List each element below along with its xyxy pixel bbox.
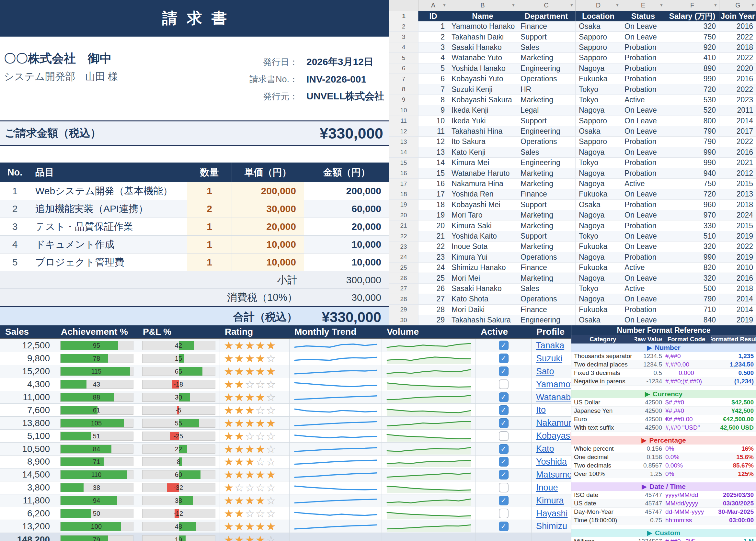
sheet-cell[interactable]: Tokyo: [575, 283, 621, 293]
sheet-cell[interactable]: 10: [418, 116, 448, 126]
sheet-cell[interactable]: On Leave: [621, 189, 665, 199]
sheet-cell[interactable]: 920: [665, 42, 719, 52]
sheet-cell[interactable]: Nagoya: [575, 147, 621, 157]
sheet-cell[interactable]: Sapporo: [575, 42, 621, 52]
sheet-cell[interactable]: 1: [418, 21, 448, 31]
sheet-cell[interactable]: Osaka: [575, 200, 621, 210]
row-header[interactable]: 27: [389, 283, 418, 293]
sheet-cell[interactable]: Mori Taro: [448, 210, 517, 220]
row-header[interactable]: 5: [389, 53, 418, 63]
sheet-cell[interactable]: Fukuoka: [575, 74, 621, 84]
sheet-cell[interactable]: 960: [665, 200, 719, 210]
row-header[interactable]: 29: [389, 305, 418, 315]
active-checkbox[interactable]: ✓: [499, 470, 508, 479]
sheet-cell[interactable]: Engineering: [517, 126, 575, 136]
sheet-cell[interactable]: 2016: [719, 21, 756, 31]
sheet-cell[interactable]: Probation: [621, 200, 665, 210]
sheet-cell[interactable]: Probation: [621, 42, 665, 52]
sheet-cell[interactable]: Yoshida Ren: [448, 189, 517, 199]
sheet-cell[interactable]: Marketing: [517, 242, 575, 252]
sheet-cell[interactable]: 710: [665, 305, 719, 315]
sheet-cell[interactable]: Probation: [621, 221, 665, 231]
sheet-cell[interactable]: 790: [665, 294, 719, 304]
sheet-cell[interactable]: 2020: [719, 63, 756, 74]
sheet-cell[interactable]: 11: [418, 126, 448, 136]
sheet-cell[interactable]: 26: [418, 283, 448, 293]
active-checkbox[interactable]: ✓: [499, 457, 508, 466]
sheet-cell[interactable]: Watanabe Haruto: [448, 168, 517, 178]
sheet-cell[interactable]: 2010: [719, 263, 756, 272]
row-header[interactable]: 10: [389, 105, 418, 115]
sheet-cell[interactable]: 890: [665, 63, 719, 74]
sheet-cell[interactable]: Kobayashi Mei: [448, 200, 517, 210]
row-header[interactable]: 2: [389, 21, 418, 31]
sheet-cell[interactable]: HR: [517, 84, 575, 94]
sheet-cell[interactable]: Probation: [621, 168, 665, 178]
row-header[interactable]: 8: [389, 84, 418, 94]
sheet-cell[interactable]: On Leave: [621, 116, 665, 126]
sheet-cell[interactable]: Active: [621, 283, 665, 293]
sheet-cell[interactable]: Engineering: [517, 315, 575, 325]
sheet-cell[interactable]: 2019: [719, 231, 756, 241]
column-letter[interactable]: E▼: [621, 0, 665, 11]
sheet-cell[interactable]: Nagoya: [575, 105, 621, 115]
active-checkbox[interactable]: [499, 379, 508, 389]
sheet-cell[interactable]: 2015: [719, 179, 756, 189]
select-all-corner[interactable]: [389, 0, 418, 11]
sheet-cell[interactable]: 2021: [719, 158, 756, 168]
sheet-cell[interactable]: 2018: [719, 200, 756, 210]
profile-link[interactable]: Yoshida: [536, 457, 567, 467]
sheet-cell[interactable]: 840: [665, 315, 719, 325]
row-header[interactable]: 9: [389, 95, 418, 105]
sheet-cell[interactable]: 2019: [719, 252, 756, 262]
sheet-cell[interactable]: Takahashi Daiki: [448, 32, 517, 42]
sheet-cell[interactable]: Sapporo: [575, 116, 621, 126]
profile-link[interactable]: Inoue: [536, 483, 558, 493]
active-checkbox[interactable]: [499, 483, 508, 492]
sheet-cell[interactable]: Nagoya: [575, 221, 621, 231]
sheet-cell[interactable]: Finance: [517, 189, 575, 199]
sheet-cell[interactable]: Finance: [517, 21, 575, 31]
sheet-cell[interactable]: Probation: [621, 74, 665, 84]
row-header[interactable]: 15: [389, 158, 418, 168]
sheet-cell[interactable]: Watanabe Yuto: [448, 53, 517, 63]
active-checkbox[interactable]: ✓: [499, 444, 508, 454]
sheet-cell[interactable]: 2016: [719, 74, 756, 84]
sheet-cell[interactable]: Tokyo: [575, 158, 621, 168]
sheet-cell[interactable]: On Leave: [621, 315, 665, 325]
profile-link[interactable]: Kobayashi: [536, 431, 571, 441]
sheet-cell[interactable]: 29: [418, 315, 448, 325]
sheet-cell[interactable]: On Leave: [621, 105, 665, 115]
sheet-cell[interactable]: Sales: [517, 283, 575, 293]
sheet-cell[interactable]: Sales: [517, 42, 575, 52]
sheet-cell[interactable]: Kato Shota: [448, 294, 517, 304]
sheet-cell[interactable]: 2019: [719, 315, 756, 325]
sheet-cell[interactable]: 16: [418, 179, 448, 189]
sheet-cell[interactable]: Finance: [517, 263, 575, 272]
column-letter[interactable]: D▼: [575, 0, 621, 11]
sheet-cell[interactable]: 20: [418, 221, 448, 231]
sheet-cell[interactable]: 19: [418, 210, 448, 220]
sheet-cell[interactable]: Finance: [517, 305, 575, 315]
sheet-cell[interactable]: Yoshida Kaito: [448, 231, 517, 241]
sheet-cell[interactable]: 25: [418, 273, 448, 283]
sheet-cell[interactable]: 2015: [719, 221, 756, 231]
row-header[interactable]: 16: [389, 168, 418, 178]
sheet-cell[interactable]: Kimura Saki: [448, 221, 517, 231]
sheet-cell[interactable]: 2012: [719, 168, 756, 178]
sheet-cell[interactable]: Support: [517, 200, 575, 210]
active-checkbox[interactable]: ✓: [499, 418, 508, 428]
sheet-cell[interactable]: Marketing: [517, 95, 575, 105]
sheet-cell[interactable]: 2016: [719, 273, 756, 283]
row-header[interactable]: 11: [389, 116, 418, 126]
row-header[interactable]: 14: [389, 147, 418, 157]
row-header[interactable]: 30: [389, 315, 418, 325]
sheet-cell[interactable]: Ikeda Yuki: [448, 116, 517, 126]
sheet-cell[interactable]: Nagoya: [575, 210, 621, 220]
sheet-cell[interactable]: Probation: [621, 84, 665, 94]
sheet-cell[interactable]: 2014: [719, 116, 756, 126]
sheet-cell[interactable]: 17: [418, 189, 448, 199]
row-header[interactable]: 25: [389, 263, 418, 272]
sheet-cell[interactable]: 21: [418, 231, 448, 241]
active-checkbox[interactable]: ✓: [499, 496, 508, 505]
